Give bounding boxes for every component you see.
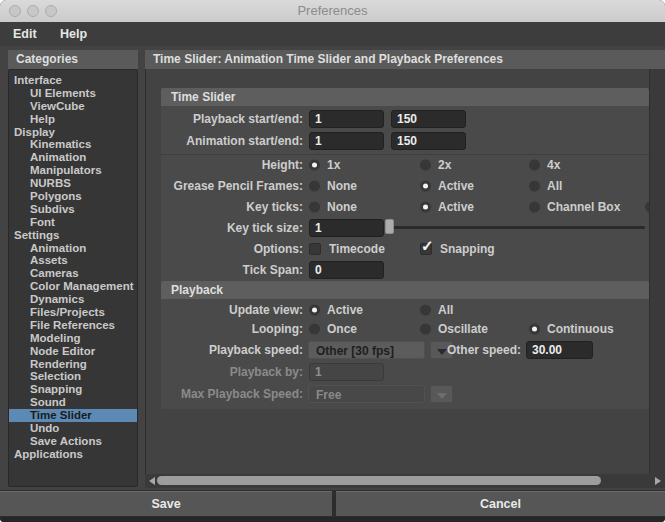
key-ticks-option-channel-box[interactable]: Channel Box [547,200,620,214]
update-view-radio-active[interactable] [309,304,320,315]
sidebar-item-rendering[interactable]: Rendering [9,358,137,371]
categories-list: InterfaceUI ElementsViewCubeHelpDisplayK… [8,69,138,487]
key-ticks-option-none[interactable]: None [327,200,357,214]
grease-pencil-option-active[interactable]: Active [438,179,474,193]
sidebar-item-node-editor[interactable]: Node Editor [9,345,137,358]
update-view-label: Update view: [161,303,303,317]
vertical-scrollbar[interactable] [649,69,665,474]
sidebar-item-snapping[interactable]: Snapping [9,383,137,396]
window-title: Preferences [0,0,665,22]
sidebar-item-subdivs[interactable]: Subdivs [9,203,137,216]
sidebar-item-animation[interactable]: Animation [9,242,137,255]
sidebar-item-interface[interactable]: Interface [9,74,137,87]
looping-label: Looping: [161,322,303,336]
menu-edit[interactable]: Edit [3,22,47,46]
key-ticks-radio-active[interactable] [420,201,431,212]
height-option-4x[interactable]: 4x [547,158,560,172]
check-icon: ✓ [421,237,434,255]
chevron-down-icon [437,393,447,399]
horizontal-scrollbar-thumb[interactable] [157,476,601,485]
animation-start-input[interactable]: 1 [309,132,384,150]
playback-group-header: Playback [161,281,649,299]
looping-option-continuous[interactable]: Continuous [547,322,614,336]
key-ticks-radio-channel-box[interactable] [529,201,540,212]
playback-end-input[interactable]: 150 [391,110,466,128]
sidebar-item-sound[interactable]: Sound [9,396,137,409]
sidebar-item-color-management[interactable]: Color Management [9,280,137,293]
sidebar-item-cameras[interactable]: Cameras [9,267,137,280]
looping-option-oscillate[interactable]: Oscillate [438,322,488,336]
other-speed-input[interactable]: 30.00 [526,341,593,359]
scroll-left-icon[interactable] [149,477,155,485]
key-tick-size-label: Key tick size: [161,221,303,235]
sidebar-item-assets[interactable]: Assets [9,254,137,267]
sidebar-item-time-slider[interactable]: Time Slider [9,409,137,422]
snapping-label[interactable]: Snapping [440,242,495,256]
sidebar-item-applications[interactable]: Applications [9,448,137,461]
sidebar-item-files-projects[interactable]: Files/Projects [9,306,137,319]
sidebar-item-nurbs[interactable]: NURBS [9,177,137,190]
height-option-1x[interactable]: 1x [327,158,340,172]
height-radio-1x[interactable] [309,160,320,171]
cancel-button[interactable]: Cancel [336,491,665,516]
timecode-checkbox[interactable] [309,243,321,255]
save-button[interactable]: Save [0,491,332,516]
menu-help[interactable]: Help [50,22,97,46]
categories-header: Categories [8,50,138,69]
looping-radio-continuous[interactable] [529,324,540,335]
key-tick-size-slider-handle[interactable] [385,219,394,234]
preferences-window: Preferences Edit Help Categories Interfa… [0,0,665,522]
sidebar-item-file-references[interactable]: File References [9,319,137,332]
height-option-2x[interactable]: 2x [438,158,451,172]
sidebar-item-viewcube[interactable]: ViewCube [9,100,137,113]
page-title: Time Slider: Animation Time Slider and P… [145,50,665,69]
sidebar-item-save-actions[interactable]: Save Actions [9,435,137,448]
sidebar-item-font[interactable]: Font [9,216,137,229]
looping-radio-once[interactable] [309,324,320,335]
sidebar-item-modeling[interactable]: Modeling [9,332,137,345]
sidebar-item-kinematics[interactable]: Kinematics [9,138,137,151]
horizontal-scrollbar[interactable] [145,474,665,488]
sidebar-item-animation[interactable]: Animation [9,151,137,164]
height-radio-2x[interactable] [420,160,431,171]
sidebar-item-settings[interactable]: Settings [9,229,137,242]
sidebar-item-selection[interactable]: Selection [9,370,137,383]
snapping-checkbox[interactable]: ✓ [420,243,432,255]
sidebar-item-undo[interactable]: Undo [9,422,137,435]
key-tick-size-input[interactable]: 1 [309,219,384,237]
height-radio-4x[interactable] [529,160,540,171]
sidebar-item-display[interactable]: Display [9,126,137,139]
sidebar-item-dynamics[interactable]: Dynamics [9,293,137,306]
sidebar-item-manipulators[interactable]: Manipulators [9,164,137,177]
playback-group: Playback Update view: Active All Looping… [161,281,649,409]
key-ticks-option-active[interactable]: Active [438,200,474,214]
scroll-right-icon[interactable] [655,477,661,485]
grease-pencil-radio-all[interactable] [529,180,540,191]
max-playback-speed-label: Max Playback Speed: [161,387,303,401]
grease-pencil-label: Grease Pencil Frames: [161,179,303,193]
time-slider-group: Time Slider Playback start/end: 1 150 An… [161,88,649,284]
animation-end-input[interactable]: 150 [391,132,466,150]
update-view-radio-all[interactable] [420,304,431,315]
playback-start-input[interactable]: 1 [309,110,384,128]
tick-span-label: Tick Span: [161,263,303,277]
tick-span-input[interactable]: 0 [309,261,384,279]
grease-pencil-option-none[interactable]: None [327,179,357,193]
grease-pencil-radio-active[interactable] [420,180,431,191]
sidebar-item-ui-elements[interactable]: UI Elements [9,87,137,100]
update-view-option-active[interactable]: Active [327,303,363,317]
grease-pencil-radio-none[interactable] [309,180,320,191]
animation-range-label: Animation start/end: [161,134,303,148]
looping-option-once[interactable]: Once [327,322,357,336]
looping-radio-oscillate[interactable] [420,324,431,335]
playback-by-input: 1 [309,363,384,381]
title-bar: Preferences [0,0,665,22]
key-ticks-radio-none[interactable] [309,201,320,212]
sidebar-item-help[interactable]: Help [9,113,137,126]
key-tick-size-slider-track[interactable] [389,226,645,229]
update-view-option-all[interactable]: All [438,303,453,317]
timecode-label[interactable]: Timecode [329,242,385,256]
sidebar-item-polygons[interactable]: Polygons [9,190,137,203]
other-speed-label: Other speed: [379,343,521,357]
grease-pencil-option-all[interactable]: All [547,179,562,193]
